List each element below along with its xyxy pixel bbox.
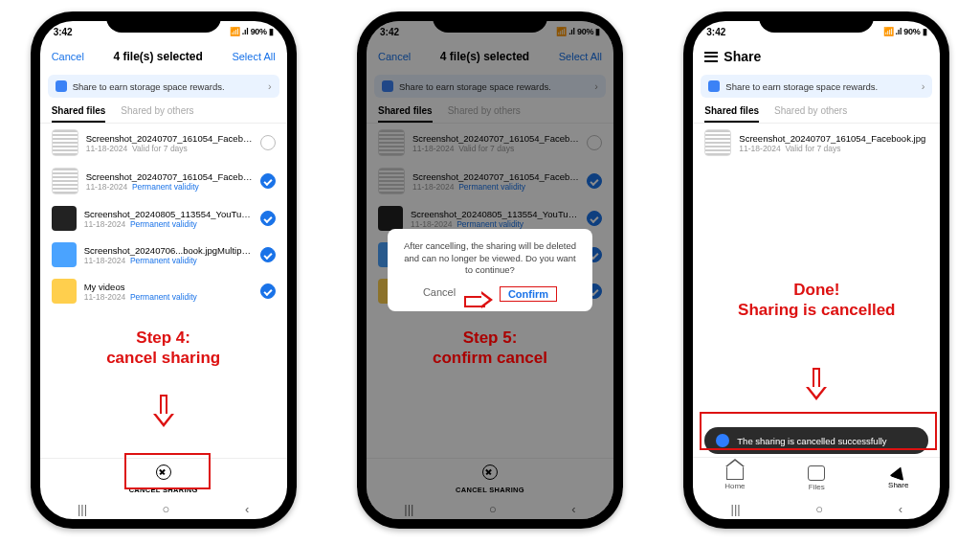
file-thumbnail [52, 279, 77, 304]
chevron-right-icon: › [922, 80, 925, 92]
checkbox[interactable] [260, 135, 276, 150]
nav-home-icon[interactable]: ○ [815, 502, 823, 516]
tab-shared-by-others[interactable]: Shared by others [774, 105, 847, 123]
diamond-icon [708, 80, 720, 92]
nav-recents-icon[interactable]: ||| [78, 502, 87, 516]
file-thumbnail [52, 129, 78, 156]
notch [759, 11, 874, 33]
toast: The sharing is cancelled successfully [704, 427, 928, 454]
tabs: Shared files Shared by others [40, 102, 287, 124]
list-item[interactable]: My videos11-18-2024 Permanent validity [40, 273, 287, 309]
nav-home-icon[interactable]: ○ [163, 502, 170, 516]
rewards-banner[interactable]: Share to earn storage space rewards. › [48, 75, 279, 98]
files-icon [808, 465, 825, 481]
list-item[interactable]: Screenshot_20240706...book.jpgMultiple f… [40, 237, 287, 273]
arrow-down-icon [806, 368, 827, 404]
page-title: Share [724, 49, 761, 64]
status-indicators: 📶 .ıl 90% ▮ [883, 27, 927, 36]
status-time: 3:42 [54, 27, 73, 37]
banner-text: Share to earn storage space rewards. [725, 81, 878, 92]
tab-bar: Home Files Share [693, 457, 940, 498]
cancel-sharing-button[interactable]: CANCEL SHARING [40, 458, 287, 498]
checkbox[interactable] [260, 211, 276, 226]
tab-shared-files[interactable]: Shared files [704, 105, 759, 123]
nav-back-icon[interactable]: ‹ [899, 502, 902, 516]
file-name: Screenshot_20240805_113554_YouTube.jpg [84, 209, 253, 219]
cancel-button[interactable]: Cancel [52, 51, 84, 62]
file-name: My videos [84, 282, 253, 292]
dialog-cancel-button[interactable]: Cancel [423, 286, 456, 302]
tab-home[interactable]: Home [724, 465, 745, 490]
status-indicators: 📶 .ıl 90% ▮ [230, 27, 274, 36]
select-all-button[interactable]: Select All [232, 51, 275, 62]
list-item[interactable]: Screenshot_20240707_161054_Facebook.jpg1… [40, 162, 287, 200]
confirm-dialog: After cancelling, the sharing will be de… [388, 229, 592, 311]
close-icon [156, 465, 171, 480]
cancel-sharing-label: CANCEL SHARING [40, 486, 287, 494]
chevron-right-icon: › [268, 80, 272, 92]
file-thumbnail [704, 129, 731, 156]
nav-recents-icon[interactable]: ||| [731, 502, 741, 516]
annotation-step4: Step 4: cancel sharing [31, 328, 297, 369]
arrow-right-icon [464, 291, 497, 308]
home-icon [726, 465, 744, 480]
dialog-message: After cancelling, the sharing will be de… [401, 240, 579, 277]
annotation-step5: Step 5: confirm cancel [357, 328, 623, 369]
android-nav: ||| ○ ‹ [693, 498, 940, 519]
tabs: Shared files Shared by others [693, 102, 940, 124]
file-name: Screenshot_20240707_161054_Facebook.jpg [86, 133, 253, 144]
arrow-down-icon [153, 395, 174, 431]
phone-done: 3:42 📶 .ıl 90% ▮ Share Share to earn sto… [683, 11, 949, 529]
tab-shared-files[interactable]: Shared files [52, 105, 106, 123]
info-icon [716, 434, 729, 447]
file-name: Screenshot_20240706...book.jpgMultiple f… [84, 245, 253, 256]
checkbox[interactable] [260, 173, 276, 189]
checkbox[interactable] [260, 247, 276, 262]
list-item[interactable]: Screenshot_20240707_161054_Facebook.jpg1… [40, 124, 287, 162]
banner-text: Share to earn storage space rewards. [73, 81, 225, 92]
notch [106, 11, 221, 33]
checkbox[interactable] [260, 283, 276, 299]
phone-step-4: 3:42 📶 .ıl 90% ▮ Cancel 4 file(s) select… [31, 11, 297, 529]
android-nav: ||| ○ ‹ [40, 498, 287, 519]
list-item[interactable]: Screenshot_20240707_161054_Facebook.jpg … [693, 124, 940, 162]
file-thumbnail [52, 242, 77, 267]
status-time: 3:42 [706, 27, 725, 37]
file-name: Screenshot_20240707_161054_Facebook.jpg [739, 133, 928, 144]
tab-shared-by-others[interactable]: Shared by others [121, 105, 193, 123]
header-title: 4 file(s) selected [113, 50, 202, 63]
modal-overlay: After cancelling, the sharing will be de… [367, 21, 613, 519]
file-thumbnail [52, 206, 77, 231]
file-name: Screenshot_20240707_161054_Facebook.jpg [86, 171, 253, 182]
phone-step-5: 3:42 📶 .ıl 90% ▮ Cancel 4 file(s) select… [357, 11, 623, 529]
share-icon [889, 465, 907, 482]
menu-icon[interactable] [704, 52, 718, 62]
list-item[interactable]: Screenshot_20240805_113554_YouTube.jpg11… [40, 200, 287, 237]
notch [433, 11, 547, 33]
header-bar: Share [693, 42, 940, 71]
nav-back-icon[interactable]: ‹ [245, 502, 249, 516]
dialog-confirm-button[interactable]: Confirm [500, 286, 557, 302]
rewards-banner[interactable]: Share to earn storage space rewards. › [701, 75, 932, 98]
file-thumbnail [52, 168, 78, 194]
tab-files[interactable]: Files [808, 465, 825, 491]
toast-text: The sharing is cancelled successfully [737, 436, 886, 446]
annotation-done: Done! Sharing is cancelled [674, 280, 959, 321]
diamond-icon [56, 80, 67, 92]
header-bar: Cancel 4 file(s) selected Select All [40, 42, 287, 71]
tab-share[interactable]: Share [888, 466, 908, 489]
